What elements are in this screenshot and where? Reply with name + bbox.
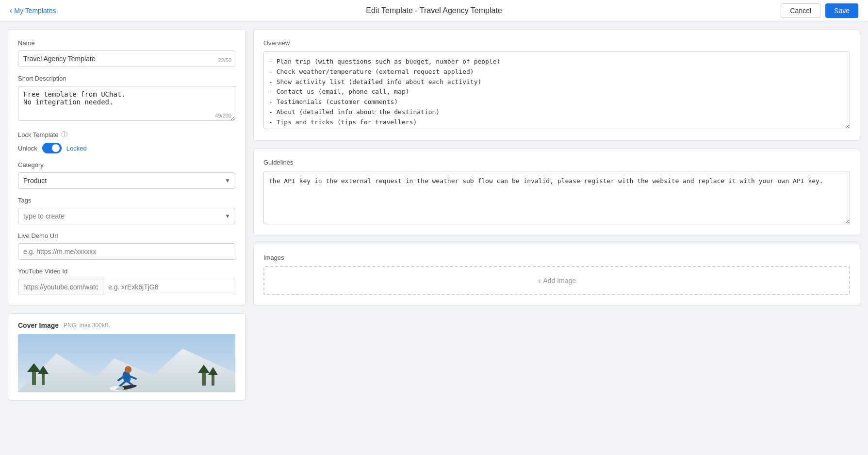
tags-label: Tags bbox=[18, 197, 235, 204]
back-link[interactable]: ‹ My Templates bbox=[10, 6, 56, 15]
cover-subtitle: PNG, max 300kB. bbox=[64, 322, 110, 329]
tags-field-group: Tags ▼ bbox=[18, 197, 235, 224]
guidelines-card: Guidelines The API key in the external r… bbox=[253, 149, 860, 236]
lock-field-group: Lock Template ⓘ Unlock Locked bbox=[18, 130, 235, 153]
locked-label: Locked bbox=[66, 145, 87, 152]
short-desc-char-count: 49/200 bbox=[215, 113, 231, 118]
lock-row: Unlock Locked bbox=[18, 143, 235, 153]
save-button[interactable]: Save bbox=[825, 3, 858, 18]
name-label: Name bbox=[18, 39, 235, 47]
tags-input[interactable] bbox=[18, 208, 235, 224]
youtube-label: YouTube Video Id bbox=[18, 268, 235, 275]
page-title: Edit Template - Travel Agency Template bbox=[366, 6, 502, 15]
add-image-label: + Add Image bbox=[538, 277, 576, 285]
category-field-group: Category Product Service E-commerce Othe… bbox=[18, 161, 235, 189]
short-desc-textarea[interactable]: Free template from UChat. No integration… bbox=[18, 86, 235, 121]
youtube-suffix-input[interactable] bbox=[103, 279, 235, 295]
overview-label: Overview bbox=[263, 39, 850, 47]
svg-rect-8 bbox=[212, 374, 214, 386]
svg-point-12 bbox=[125, 366, 131, 373]
images-card: Images + Add Image bbox=[253, 244, 860, 305]
lock-label: Lock Template ⓘ bbox=[18, 130, 235, 139]
guidelines-label: Guidelines bbox=[263, 159, 850, 166]
tags-input-wrapper: ▼ bbox=[18, 208, 235, 224]
guidelines-textarea[interactable]: The API key in the external request in t… bbox=[263, 171, 850, 224]
svg-rect-6 bbox=[202, 372, 206, 386]
lock-toggle[interactable] bbox=[42, 143, 62, 153]
images-label: Images bbox=[263, 254, 850, 261]
unlock-label: Unlock bbox=[18, 145, 37, 152]
overview-textarea[interactable]: - Plan trip (with questions such as budg… bbox=[263, 51, 850, 129]
category-select[interactable]: Product Service E-commerce Other bbox=[18, 172, 235, 189]
cover-image-card: Cover Image PNG, max 300kB. bbox=[8, 313, 246, 401]
svg-rect-4 bbox=[42, 373, 45, 385]
right-panel: Overview - Plan trip (with questions suc… bbox=[253, 29, 860, 447]
youtube-field-group: YouTube Video Id bbox=[18, 268, 235, 295]
help-icon[interactable]: ⓘ bbox=[61, 130, 67, 139]
back-label: My Templates bbox=[14, 7, 56, 15]
svg-rect-2 bbox=[32, 371, 36, 385]
form-card: Name 22/50 Short Description Free templa… bbox=[8, 29, 246, 305]
cancel-button[interactable]: Cancel bbox=[781, 3, 820, 18]
youtube-split-input bbox=[18, 279, 235, 295]
name-field-group: Name 22/50 bbox=[18, 39, 235, 67]
header: ‹ My Templates Edit Template - Travel Ag… bbox=[0, 0, 868, 21]
name-input[interactable] bbox=[18, 51, 235, 67]
short-desc-textarea-wrapper: Free template from UChat. No integration… bbox=[18, 86, 235, 122]
name-input-wrapper: 22/50 bbox=[18, 51, 235, 67]
main-content: Name 22/50 Short Description Free templa… bbox=[0, 21, 868, 455]
cover-image-svg bbox=[18, 334, 235, 392]
live-demo-input[interactable] bbox=[18, 243, 235, 260]
left-panel: Name 22/50 Short Description Free templa… bbox=[8, 29, 246, 447]
overview-container: - Plan trip (with questions such as budg… bbox=[263, 51, 850, 131]
overview-card: Overview - Plan trip (with questions suc… bbox=[253, 29, 860, 141]
live-demo-field-group: Live Demo Url bbox=[18, 232, 235, 260]
youtube-prefix-input[interactable] bbox=[18, 279, 103, 295]
short-desc-field-group: Short Description Free template from UCh… bbox=[18, 75, 235, 122]
svg-point-18 bbox=[110, 386, 124, 391]
chevron-left-icon: ‹ bbox=[10, 6, 12, 15]
short-desc-label: Short Description bbox=[18, 75, 235, 82]
name-char-count: 22/50 bbox=[218, 57, 231, 63]
cover-image-preview[interactable] bbox=[18, 334, 235, 392]
tags-chevron-icon: ▼ bbox=[225, 213, 230, 219]
cover-title: Cover Image PNG, max 300kB. bbox=[18, 321, 235, 329]
live-demo-label: Live Demo Url bbox=[18, 232, 235, 239]
add-image-area[interactable]: + Add Image bbox=[263, 266, 850, 295]
category-select-wrapper: Product Service E-commerce Other ▼ bbox=[18, 172, 235, 189]
category-label: Category bbox=[18, 161, 235, 169]
header-actions: Cancel Save bbox=[781, 3, 858, 18]
